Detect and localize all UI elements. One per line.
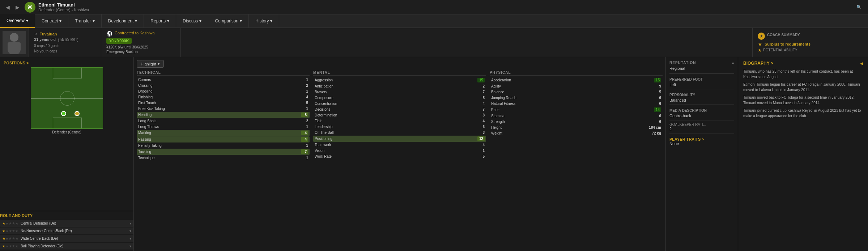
contract-value-badge[interactable]: ¥0 - ¥900K — [106, 38, 132, 44]
tab-transfer[interactable]: Transfer ▾ — [68, 14, 101, 28]
next-arrow[interactable]: ▶ — [13, 4, 22, 11]
highlight-dropdown-icon: ▾ — [158, 61, 160, 66]
role-expand-icon[interactable]: ▾ — [129, 244, 131, 248]
coach-potential-star: ★ — [758, 48, 762, 53]
media-value: Centre-back — [669, 114, 734, 118]
attr-row: Stamina6 — [490, 113, 663, 119]
position-dot-cb[interactable] — [61, 111, 66, 116]
player-youth-caps: No youth caps — [34, 49, 96, 53]
goalkeeper-rating-header: GOALKEEPER RATI... — [669, 123, 734, 127]
attr-value: 1 — [477, 149, 485, 153]
coach-star-rating: ★ — [758, 41, 762, 47]
tab-discuss[interactable]: Discuss ▾ — [176, 14, 208, 28]
attr-value: 5 — [477, 154, 485, 158]
attr-value: 15 — [477, 78, 485, 82]
tab-comparison[interactable]: Comparison ▾ — [208, 14, 249, 28]
role-stars: ★★★★★ — [2, 221, 18, 225]
attr-row: Heading8 — [137, 112, 310, 118]
position-dot-other[interactable] — [75, 111, 80, 116]
role-name: Ball Playing Defender (De) — [21, 244, 127, 248]
attr-name: Technique — [138, 156, 155, 160]
attr-row: Concentration4 — [313, 101, 486, 106]
attr-row: Marking4 — [137, 130, 310, 136]
attr-value: 184 cm — [649, 126, 661, 129]
attr-name: First Touch — [138, 101, 156, 105]
role-expand-icon[interactable]: ▾ — [129, 237, 131, 241]
tab-overview[interactable]: Overview ▾ — [0, 14, 35, 28]
role-expand-icon[interactable]: ▾ — [129, 229, 131, 233]
attr-row: Bravery7 — [313, 89, 486, 95]
role-item[interactable]: ★★★★★No-Nonsense Centre-Back (De)▾ — [0, 227, 133, 234]
attr-row: Decisions7 — [313, 107, 486, 112]
attr-value: 5 — [301, 101, 308, 105]
tab-contract[interactable]: Contract ▾ — [35, 14, 68, 28]
attr-value: 6 — [654, 114, 661, 118]
attr-row: Strength6 — [490, 119, 663, 124]
physical-attrs: Acceleration15Agility9Balance5Jumping Re… — [490, 77, 663, 136]
pitch-center-circle — [60, 91, 75, 106]
biography-header[interactable]: BIOGRAPHY > ◀ — [743, 61, 863, 66]
highlight-button[interactable]: Highlight ▾ — [137, 60, 164, 68]
attr-name: Dribbling — [138, 89, 152, 93]
attr-value: 7 — [477, 90, 485, 94]
attr-name: Natural Fitness — [491, 102, 515, 106]
rep-col: REPUTATION ▾ Regional PREFERRED FOOT Lef… — [666, 57, 738, 251]
search-icon[interactable]: 🔍 — [856, 5, 861, 9]
positions-header[interactable]: POSITIONS > — [4, 61, 130, 65]
tab-reports[interactable]: Reports ▾ — [144, 14, 176, 28]
role-item[interactable]: ★★★★★Wide Centre-Back (De)▾ — [0, 235, 133, 242]
attr-value: 2 — [301, 119, 308, 123]
attr-value: 4 — [477, 102, 485, 106]
tab-history[interactable]: History ▾ — [249, 14, 279, 28]
attr-row: Corners1 — [137, 77, 310, 82]
prev-arrow[interactable]: ◀ — [4, 4, 12, 11]
attr-name: Long Throws — [138, 125, 159, 129]
attr-row: Height184 cm — [490, 125, 663, 130]
attr-value: 2 — [301, 84, 308, 88]
role-item[interactable]: ★★★★★Ball Playing Defender (De)▾ — [0, 243, 133, 250]
attr-row: Crossing2 — [137, 83, 310, 88]
tab-development[interactable]: Development ▾ — [102, 14, 144, 28]
biography-paragraph: Timuani, who has 23 months left on his c… — [743, 69, 863, 80]
attr-value: 12 — [477, 136, 485, 141]
coach-block: ★ Coach Summary ★ Surplus to requirement… — [752, 28, 868, 57]
attr-value: 3 — [477, 131, 485, 135]
player-traits-link[interactable]: PLAYER TRAITS > — [669, 137, 734, 141]
player-photo-block — [0, 28, 29, 57]
role-expand-icon[interactable]: ▾ — [129, 221, 131, 225]
player-name-nav[interactable]: Etimoni Timuani — [38, 2, 856, 8]
role-item[interactable]: ★★★★★Central Defender (De)▾ — [0, 220, 133, 227]
attr-row: Long Throws1 — [137, 124, 310, 129]
player-details-block: 🏳 Tuvaluan 31 years old (14/10/1991) 0 c… — [29, 28, 101, 57]
divider-1 — [669, 73, 734, 74]
attr-row: Tackling7 — [137, 149, 310, 155]
attr-name: Balance — [491, 90, 504, 94]
player-silhouette — [3, 31, 26, 54]
divider-3 — [669, 105, 734, 105]
attr-row: Flair4 — [313, 118, 486, 124]
media-header: MEDIA DESCRIPTION — [669, 109, 734, 112]
bottom-area: POSITIONS > Defender (Centre) ROLE AND D… — [0, 57, 868, 251]
attr-value: 1 — [301, 156, 308, 160]
attr-row: Agility9 — [490, 84, 663, 89]
attr-name: Long Shots — [138, 119, 157, 123]
attr-name: Strength — [491, 120, 505, 124]
role-duty-header: ROLE AND DUTY — [0, 213, 133, 218]
roles-list: ★★★★★Central Defender (De)▾★★★★★No-Nonse… — [0, 220, 133, 250]
attr-row: Positioning12 — [313, 136, 486, 142]
bio-collapse-icon[interactable]: ◀ — [860, 61, 863, 65]
biography-paragraph: Etimoni Timuani began his career at FC T… — [743, 82, 863, 93]
reputation-expand-icon[interactable]: ▾ — [732, 61, 734, 66]
attr-name: Acceleration — [491, 78, 511, 82]
coach-title-row: ★ Coach Summary — [758, 33, 863, 40]
attr-value: 4 — [301, 95, 308, 99]
biography-paragraph: Timuani joined current club Kashiwa Reys… — [743, 108, 863, 119]
attr-row: Long Shots2 — [137, 118, 310, 124]
physical-category: PHYSICAL Acceleration15Agility9Balance5J… — [490, 71, 663, 161]
attr-name: Vision — [315, 149, 324, 153]
pitch-penalty-top — [53, 68, 82, 78]
coach-header-label: Coach Summary — [767, 33, 800, 37]
attr-name: Height — [491, 126, 502, 129]
attr-value: 14 — [654, 107, 661, 112]
divider-2 — [669, 89, 734, 89]
